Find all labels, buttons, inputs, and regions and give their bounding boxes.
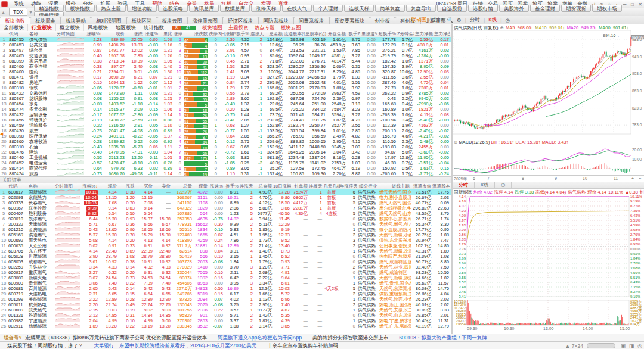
toolbar-button-热点主题[interactable]: 热点主题 — [96, 5, 126, 12]
col-总金额[interactable]: 总金额 — [264, 31, 284, 37]
stock-row[interactable]: 22605011杭州热电2.2022.740.4922.7422.7513004… — [0, 302, 451, 307]
toolbar-button-美股海外[interactable]: 美股海外 — [499, 5, 529, 12]
tab-板块云图[interactable]: 板块云图 — [157, 17, 188, 24]
tab-板块区间[interactable]: 板块区间 — [126, 17, 157, 24]
tab-K线[interactable]: K线 — [475, 182, 495, 188]
stock-row[interactable]: 23603689皖天然气2.159.030.199.029.0310125623… — [0, 307, 451, 313]
subnav-行业板块[interactable]: 行业板块 — [28, 24, 56, 32]
col-连涨天[interactable]: 连涨天 — [240, 183, 254, 189]
subnav-link-板块云图[interactable]: 板块云图 — [278, 24, 304, 32]
tab-板块异动[interactable]: 板块异动 — [60, 17, 91, 24]
col-流通股本(亿)[interactable]: 流通股本(亿) — [432, 183, 450, 189]
tab-涨停股云图[interactable]: 涨停股云图 — [187, 17, 224, 24]
stock-row[interactable]: 9605169洪通燃气5.3715.300.7815.2915.30127483… — [0, 232, 451, 238]
stock-row[interactable]: 13605028世茂能源3.9028.791.0828.7928.8050419… — [0, 254, 451, 259]
stock-row[interactable]: 17603080新疆火炬3.0724.540.7324.5324.5490874… — [0, 275, 451, 281]
subnav-地区板块[interactable]: 地区板块 — [112, 24, 140, 32]
stock-row[interactable]: 5000407胜利股份9.925.540.505.54—1078865640.0… — [0, 211, 451, 216]
col-现价[interactable]: 现价 — [103, 31, 126, 37]
message-icon[interactable]: ▣ — [619, 343, 627, 349]
toolbar-button-港股行情[interactable]: 港股行情 — [468, 5, 498, 12]
news-item[interactable]: 大华银行：东盟中长期投资经济前景看好，2026年FDI或升至2700亿美元 — [94, 342, 257, 349]
col-总量[interactable]: 总量 — [172, 183, 193, 189]
col-换手%[interactable]: 换手% — [224, 183, 240, 189]
kline-chart[interactable]: 983.0943.0903.0863.0823.0783.0994.16→989… — [453, 30, 644, 138]
col-连涨天[interactable]: 连涨天 — [250, 31, 264, 37]
tab-分时[interactable]: 分时 — [453, 182, 475, 188]
tab-国防系板块[interactable]: 国防系板块 — [258, 17, 295, 24]
stock-row[interactable]: 8001210金房能源5.4318.650.9618.6518.66555161… — [0, 227, 451, 232]
col-总金额[interactable]: 总金额 — [254, 183, 273, 189]
sector-row[interactable]: 4880465交通设施0.401967.587.85-0.061.2602613… — [0, 53, 451, 58]
stock-row[interactable]: 20600719大连热电2.316.650.156.646.6524978653… — [0, 291, 451, 297]
col-涨幅%↓[interactable]: 涨幅%↓ — [85, 31, 103, 37]
stock-row[interactable]: 1600617国新能源10.114.140.384.14—122.7万43720… — [0, 189, 451, 195]
tab-板块指数[interactable]: 板块指数 — [0, 17, 30, 24]
col-涨跌[interactable]: 涨跌 — [126, 31, 144, 37]
toolbar-button-简单复盘[interactable]: 简单复盘 — [375, 5, 405, 12]
col-涨速%[interactable]: 涨速% — [209, 183, 224, 189]
menu-系统[interactable]: 系统 — [10, 1, 27, 7]
toolbar-button-数据总库[interactable]: 数据总库 — [220, 5, 250, 12]
col-量涨速%[interactable]: 量涨速% — [361, 31, 377, 37]
col-换手%[interactable]: 换手% — [236, 31, 250, 37]
toolbar-button-资讯总库[interactable]: 资讯总库 — [189, 5, 219, 12]
sector-row[interactable]: 19880398医疗保健-0.243401.01-8.22-0.051.3728… — [0, 133, 451, 139]
tab-down-icon[interactable]: ▼ — [27, 10, 34, 14]
sector-row[interactable]: 14880474多元金融-0.141515.37-2.09-0.151.0615… — [0, 107, 451, 112]
sector-row[interactable]: 13880454水务-0.081403.62-1.18-0.141.030750… — [0, 101, 451, 107]
toolbar-button-板块指数[interactable]: 板块指数 — [65, 5, 95, 12]
link-chart-button[interactable]: 联动图 — [411, 17, 427, 24]
toolbar-button-个人理财[interactable]: 个人理财 — [313, 5, 343, 12]
news-item[interactable]: 煤炭股下挫！周期股行情，凉了？ — [7, 342, 83, 349]
sector-row[interactable]: 5880399家居用品0.382713.3410.39-0.071.052402… — [0, 58, 451, 64]
col-主力净额[interactable]: 主力净额 — [414, 31, 434, 37]
toolbar-button-涨停天梯[interactable]: 涨停天梯 — [251, 5, 281, 12]
subnav-link-热点专题[interactable]: 热点专题 — [252, 24, 278, 32]
col-开盘金额[interactable]: 开盘金额 — [327, 31, 347, 37]
sector-row[interactable]: 21880310石油-0.431335.38-5.730.061.1122710… — [0, 144, 451, 149]
news-item[interactable]: 宏辉果蔬（603336）拟8896万元转让旗下两家子公司 优化资源配置提升运营效… — [25, 335, 207, 342]
workspace-tab[interactable]: TDX — [9, 8, 27, 16]
clipboard-icon[interactable]: ◨ — [627, 343, 636, 349]
news-item[interactable]: 600108：拟重大资产重组！下周一复牌 — [399, 335, 487, 342]
col-卖价[interactable]: 卖价 — [154, 183, 172, 189]
sector-row[interactable]: 15880432运输设备-0.171677.62-2.86-0.091.1412… — [0, 112, 451, 117]
subnav-统计指数[interactable]: 统计指数 — [140, 24, 168, 32]
col-总股本(亿)[interactable]: 总股本(亿) — [305, 31, 327, 37]
tab-kline-chart[interactable]: K线 — [488, 17, 497, 24]
clock-icon[interactable]: ◷ — [506, 17, 510, 23]
stock-row[interactable]: 24001331胜通能源2.1314.850.3114.8414.8595829… — [0, 313, 451, 318]
sector-row[interactable]: 18880430航空-0.232041.47-4.68-0.060.891252… — [0, 128, 451, 133]
col-现价[interactable]: 现价 — [99, 183, 118, 189]
stock-row[interactable]: 7300332天壕能源5.716.670.366.666.67778931156… — [0, 222, 451, 227]
col-3日涨幅%[interactable]: 3日涨幅% — [218, 31, 236, 37]
stock-row[interactable]: 26002911佛燃能源1.8913.200.2213.1913.2023834… — [0, 323, 451, 329]
col-分时简图[interactable]: 分时简图 — [55, 31, 85, 37]
macd-chart[interactable]: 20.0010.00 — [453, 145, 644, 175]
col-index[interactable] — [0, 183, 7, 189]
toolbar-button-基金理财[interactable]: 基金理财 — [530, 5, 560, 12]
subnav-link-板块地图[interactable]: 板块地图 — [199, 24, 225, 32]
gear-icon[interactable]: ⚙ — [457, 17, 462, 23]
tab-up-icon[interactable]: ▲ — [0, 10, 7, 14]
tab-经济区板块[interactable]: 经济区板块 — [222, 17, 259, 24]
col-代码[interactable]: 代码 — [7, 183, 27, 189]
toolbar-button-期权市场[interactable]: 期权市场 — [592, 5, 622, 12]
ticker-category-dropdown[interactable]: 组合号˅ — [0, 335, 25, 342]
col-涨幅%↓[interactable]: 涨幅%↓ — [81, 183, 99, 189]
filter-dropdown[interactable]: 过滤˅ — [431, 17, 444, 24]
col-短换手%[interactable]: 短换手% — [377, 31, 397, 37]
sector-row[interactable]: 1880455供气供热2.28989.9922.050.051.59540402… — [0, 37, 451, 42]
tab-相对强弱图[interactable]: 相对强弱图 — [91, 17, 127, 24]
stock-row[interactable]: 2002093京能热力10.0413.151.2013.15—369267315… — [0, 195, 451, 200]
stock-row[interactable]: 12603706东方环宇4.1422.400.8922.3922.4062614… — [0, 248, 451, 254]
col-跌停数[interactable]: 跌停数 — [209, 31, 218, 37]
stock-row[interactable]: 6920010凯添燃气6.4415.380.9315.3715.38257353… — [0, 216, 451, 222]
col-涨跌[interactable]: 涨跌 — [118, 183, 136, 189]
tab-投资要素板块[interactable]: 投资要素板块 — [329, 17, 370, 24]
col-量比[interactable]: 量比 — [159, 31, 174, 37]
tab-板块掘金[interactable]: 板块掘金 — [30, 17, 61, 24]
tab-创业板[interactable]: 创业板 — [370, 17, 396, 24]
sector-row[interactable]: 17880459运输服务-0.221316.50-2.91-0.051.1001… — [0, 123, 451, 128]
